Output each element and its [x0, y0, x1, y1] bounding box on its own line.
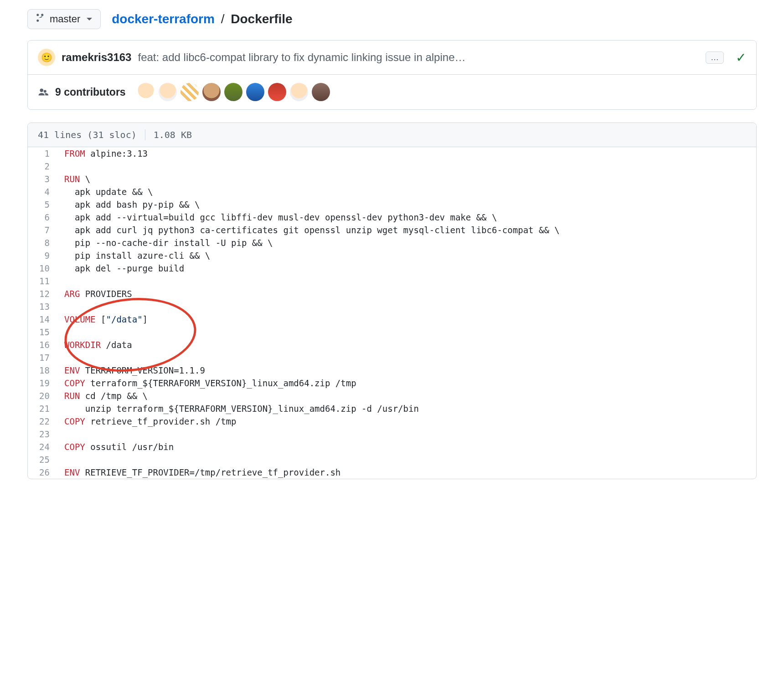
line-content: ENV TERRAFORM_VERSION=1.1.9: [60, 364, 756, 377]
code-line: 10 apk del --purge build: [28, 262, 756, 275]
code-line: 16WORKDIR /data: [28, 338, 756, 351]
code-line: 20RUN cd /tmp && \: [28, 389, 756, 402]
line-content: [60, 351, 756, 364]
line-number[interactable]: 19: [28, 377, 60, 389]
line-number[interactable]: 12: [28, 287, 60, 300]
line-number[interactable]: 3: [28, 173, 60, 185]
file-lines-label: 41 lines (31 sloc): [38, 129, 137, 140]
commit-status-check-icon[interactable]: ✓: [736, 50, 746, 65]
line-content: RUN \: [60, 173, 756, 185]
contributor-avatar[interactable]: [290, 83, 308, 101]
code-line: 3RUN \: [28, 173, 756, 185]
line-number[interactable]: 8: [28, 236, 60, 249]
line-content: ARG PROVIDERS: [60, 287, 756, 300]
line-number[interactable]: 20: [28, 389, 60, 402]
contributors-count[interactable]: 9 contributors: [55, 86, 126, 98]
line-number[interactable]: 5: [28, 198, 60, 211]
code-line: 5 apk add bash py-pip && \: [28, 198, 756, 211]
line-number[interactable]: 10: [28, 262, 60, 275]
code-line: 4 apk update && \: [28, 185, 756, 198]
line-content: apk update && \: [60, 185, 756, 198]
code-line: 15: [28, 326, 756, 338]
contributor-avatar[interactable]: [181, 83, 199, 101]
line-content: [60, 453, 756, 466]
line-number[interactable]: 11: [28, 275, 60, 287]
code-line: 23: [28, 428, 756, 440]
line-content: ENV RETRIEVE_TF_PROVIDER=/tmp/retrieve_t…: [60, 466, 756, 479]
code-line: 13: [28, 300, 756, 313]
line-number[interactable]: 26: [28, 466, 60, 479]
line-number[interactable]: 6: [28, 211, 60, 224]
breadcrumb: docker-terraform / Dockerfile: [112, 12, 292, 26]
code-line: 19COPY terraform_${TERRAFORM_VERSION}_li…: [28, 377, 756, 389]
branch-selector-button[interactable]: master: [27, 9, 101, 29]
contributor-avatar[interactable]: [246, 83, 264, 101]
line-content: COPY terraform_${TERRAFORM_VERSION}_linu…: [60, 377, 756, 389]
line-number[interactable]: 15: [28, 326, 60, 338]
code-line: 6 apk add --virtual=build gcc libffi-dev…: [28, 211, 756, 224]
commit-message-link[interactable]: feat: add libc6-compat library to fix dy…: [138, 51, 699, 64]
divider-icon: [145, 129, 145, 140]
line-number[interactable]: 1: [28, 147, 60, 160]
contributor-avatar[interactable]: [268, 83, 286, 101]
git-branch-icon: [36, 13, 45, 25]
line-number[interactable]: 24: [28, 440, 60, 453]
code-line: 7 apk add curl jq python3 ca-certificate…: [28, 224, 756, 236]
code-view: 1FROM alpine:3.1323RUN \4 apk update && …: [28, 147, 756, 479]
code-line: 12ARG PROVIDERS: [28, 287, 756, 300]
line-number[interactable]: 9: [28, 249, 60, 262]
line-number[interactable]: 7: [28, 224, 60, 236]
line-number[interactable]: 21: [28, 402, 60, 415]
line-content: [60, 275, 756, 287]
line-number[interactable]: 22: [28, 415, 60, 428]
line-content: FROM alpine:3.13: [60, 147, 756, 160]
line-number[interactable]: 2: [28, 160, 60, 173]
line-content: [60, 300, 756, 313]
contributor-avatar[interactable]: [202, 83, 221, 101]
line-number[interactable]: 16: [28, 338, 60, 351]
line-content: pip install azure-cli && \: [60, 249, 756, 262]
line-number[interactable]: 17: [28, 351, 60, 364]
contributor-avatar[interactable]: [159, 83, 177, 101]
line-content: apk add curl jq python3 ca-certificates …: [60, 224, 756, 236]
code-line: 1FROM alpine:3.13: [28, 147, 756, 160]
line-content: pip --no-cache-dir install -U pip && \: [60, 236, 756, 249]
contributor-avatar[interactable]: [224, 83, 242, 101]
line-number[interactable]: 13: [28, 300, 60, 313]
code-line: 8 pip --no-cache-dir install -U pip && \: [28, 236, 756, 249]
breadcrumb-file: Dockerfile: [231, 12, 292, 26]
line-content: apk add bash py-pip && \: [60, 198, 756, 211]
code-line: 18ENV TERRAFORM_VERSION=1.1.9: [28, 364, 756, 377]
line-content: [60, 160, 756, 173]
contributor-avatar[interactable]: [312, 83, 330, 101]
line-content: [60, 428, 756, 440]
line-number[interactable]: 18: [28, 364, 60, 377]
code-line: 11: [28, 275, 756, 287]
people-icon: [38, 87, 49, 97]
code-line: 26ENV RETRIEVE_TF_PROVIDER=/tmp/retrieve…: [28, 466, 756, 479]
line-content: RUN cd /tmp && \: [60, 389, 756, 402]
code-line: 14VOLUME ["/data"]: [28, 313, 756, 326]
author-avatar[interactable]: 🙂: [38, 49, 55, 66]
code-line: 24COPY ossutil /usr/bin: [28, 440, 756, 453]
file-size-label: 1.08 KB: [154, 129, 192, 140]
commit-expand-button[interactable]: …: [706, 51, 724, 64]
code-line: 17: [28, 351, 756, 364]
file-info-bar: 41 lines (31 sloc) 1.08 KB: [28, 123, 756, 147]
commit-author-link[interactable]: ramekris3163: [62, 51, 131, 64]
line-content: COPY retrieve_tf_provider.sh /tmp: [60, 415, 756, 428]
contributor-avatar[interactable]: [137, 83, 155, 101]
line-number[interactable]: 23: [28, 428, 60, 440]
breadcrumb-repo-link[interactable]: docker-terraform: [112, 12, 215, 26]
line-content: apk add --virtual=build gcc libffi-dev m…: [60, 211, 756, 224]
line-content: unzip terraform_${TERRAFORM_VERSION}_lin…: [60, 402, 756, 415]
code-line: 21 unzip terraform_${TERRAFORM_VERSION}_…: [28, 402, 756, 415]
code-line: 9 pip install azure-cli && \: [28, 249, 756, 262]
caret-down-icon: [87, 18, 92, 20]
code-line: 2: [28, 160, 756, 173]
line-number[interactable]: 4: [28, 185, 60, 198]
line-content: VOLUME ["/data"]: [60, 313, 756, 326]
line-number[interactable]: 25: [28, 453, 60, 466]
latest-commit-bar: 🙂 ramekris3163 feat: add libc6-compat li…: [28, 41, 756, 75]
line-number[interactable]: 14: [28, 313, 60, 326]
